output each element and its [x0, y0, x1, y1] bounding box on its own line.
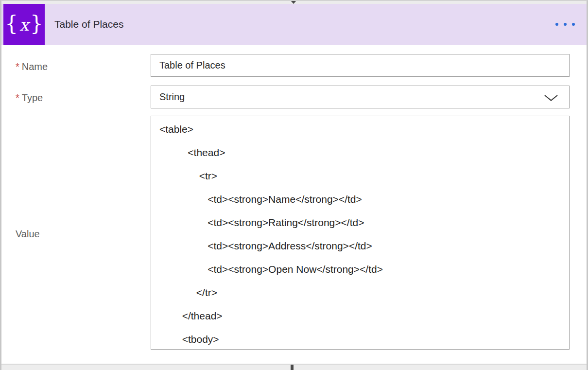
variable-icon-brace-close: } — [30, 12, 43, 35]
variable-icon: {x} — [3, 4, 45, 45]
arrow-down-icon — [290, 0, 297, 4]
type-field-label: *Type — [16, 92, 43, 104]
flow-connector-line — [291, 365, 294, 370]
canvas-strip-bottom — [0, 364, 588, 370]
type-label-text: Type — [22, 92, 43, 103]
required-asterisk: * — [16, 61, 19, 72]
action-card-title: Table of Places — [54, 18, 123, 30]
type-selected-value: String — [159, 91, 185, 103]
required-asterisk: * — [16, 92, 19, 103]
ellipsis-dot — [572, 23, 575, 26]
variable-icon-x: x — [18, 15, 30, 35]
ellipsis-menu-button[interactable] — [555, 23, 575, 26]
name-field-label: *Name — [16, 61, 48, 72]
name-label-text: Name — [22, 61, 48, 72]
flow-designer-canvas: {x} Table of Places *Name *Type Value St… — [0, 0, 588, 370]
value-field-label: Value — [16, 228, 40, 240]
ellipsis-dot — [555, 23, 558, 26]
value-textarea[interactable]: <table> <thead> <tr> <td><strong>Name</s… — [151, 116, 570, 350]
variable-icon-brace-open: { — [5, 12, 18, 35]
chevron-down-icon — [544, 94, 558, 102]
type-select[interactable]: String — [151, 86, 570, 108]
name-input[interactable] — [151, 54, 570, 77]
value-label-text: Value — [16, 229, 40, 239]
action-card-header[interactable]: {x} Table of Places — [1, 4, 587, 45]
ellipsis-dot — [564, 23, 567, 26]
